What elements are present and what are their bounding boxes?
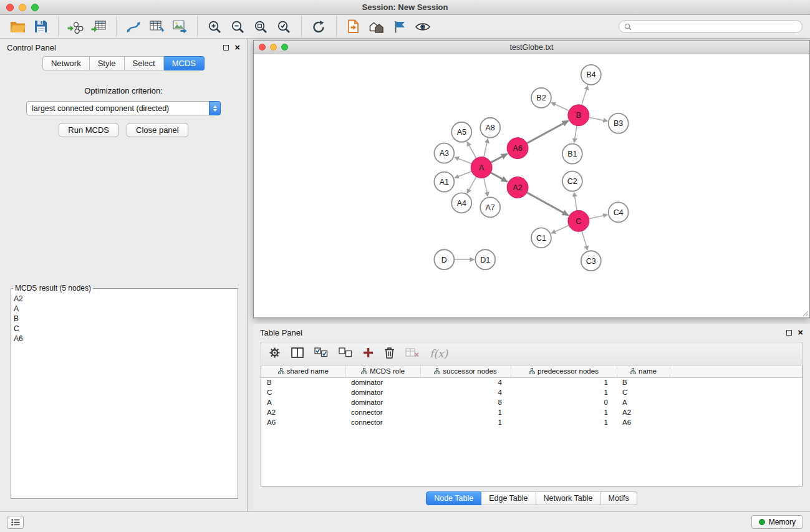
- refresh-button[interactable]: [309, 17, 329, 36]
- graph-edge-A-A5[interactable]: [467, 142, 476, 158]
- column-header-successor-nodes[interactable]: successor nodes: [420, 365, 511, 377]
- graph-node-B3[interactable]: B3: [609, 114, 629, 133]
- run-mcds-button[interactable]: Run MCDS: [59, 123, 118, 137]
- table-row-A[interactable]: Adominator80A: [261, 397, 802, 407]
- cell-successor-nodes[interactable]: 1: [420, 407, 511, 417]
- cell-successor-nodes[interactable]: 4: [420, 377, 511, 387]
- zoom-selected-button[interactable]: [274, 17, 294, 36]
- graph-edge-A-A7[interactable]: [484, 178, 488, 196]
- graph-node-B1[interactable]: B1: [562, 144, 582, 164]
- cell-successor-nodes[interactable]: 1: [420, 417, 511, 427]
- cell-name[interactable]: A: [617, 397, 670, 407]
- graph-node-A4[interactable]: A4: [451, 193, 471, 213]
- cell-predecessor-nodes[interactable]: 1: [511, 377, 617, 387]
- mcds-result-item[interactable]: C: [14, 324, 235, 334]
- tab-network[interactable]: Network: [42, 56, 90, 70]
- zoom-out-button[interactable]: [228, 17, 248, 36]
- new-table-button[interactable]: [147, 17, 166, 36]
- column-header-predecessor-nodes[interactable]: predecessor nodes: [511, 365, 617, 377]
- save-session-button[interactable]: [31, 17, 51, 36]
- function-builder-button[interactable]: f(x): [430, 347, 448, 360]
- cell-predecessor-nodes[interactable]: 1: [511, 417, 617, 427]
- table-row-A2[interactable]: A2connector11A2: [261, 407, 802, 417]
- delete-table-button[interactable]: [405, 347, 419, 360]
- zoom-window-button[interactable]: [31, 4, 39, 11]
- network-minimize-button[interactable]: [270, 44, 277, 51]
- graph-node-A8[interactable]: A8: [480, 118, 500, 138]
- graph-node-C2[interactable]: C2: [562, 172, 582, 191]
- tab-network-table[interactable]: Network Table: [536, 491, 601, 505]
- add-column-button[interactable]: [363, 347, 374, 360]
- open-session-button[interactable]: [7, 17, 27, 36]
- float-table-panel-icon[interactable]: [786, 330, 792, 336]
- graph-node-D[interactable]: D: [434, 249, 454, 269]
- column-header-name[interactable]: name: [617, 365, 670, 377]
- graph-node-B2[interactable]: B2: [531, 88, 551, 108]
- graph-node-B4[interactable]: B4: [581, 65, 601, 85]
- select-all-button[interactable]: [314, 347, 328, 360]
- new-network-button[interactable]: [123, 17, 143, 36]
- column-header-MCDS-role[interactable]: MCDS role: [345, 365, 420, 377]
- show-hide-button[interactable]: [413, 17, 433, 36]
- graph-node-C1[interactable]: C1: [531, 228, 551, 248]
- close-panel-icon[interactable]: ×: [234, 44, 240, 51]
- cell-predecessor-nodes[interactable]: 1: [511, 387, 617, 397]
- graph-edge-C-C4[interactable]: [589, 215, 607, 219]
- graph-edge-C-C2[interactable]: [574, 192, 577, 210]
- mcds-result-item[interactable]: B: [14, 314, 235, 324]
- close-window-button[interactable]: [6, 4, 14, 11]
- tab-style[interactable]: Style: [90, 56, 125, 70]
- graph-edge-A-A2[interactable]: [491, 173, 507, 182]
- column-header-shared-name[interactable]: shared name: [261, 365, 345, 377]
- cell-successor-nodes[interactable]: 4: [420, 387, 511, 397]
- network-graph[interactable]: AA1A2A3A4A5A6A7A8BB1B2B3B4CC1C2C3C4DD1: [254, 54, 809, 317]
- tab-select[interactable]: Select: [125, 56, 164, 70]
- first-neighbors-button[interactable]: [367, 17, 387, 36]
- graph-node-A2[interactable]: A2: [507, 177, 528, 198]
- cell-shared-name[interactable]: B: [261, 377, 345, 387]
- search-input[interactable]: [635, 22, 797, 31]
- network-close-button[interactable]: [259, 44, 266, 51]
- table-row-C[interactable]: Cdominator41C: [261, 387, 802, 397]
- mcds-result-item[interactable]: A: [14, 304, 235, 314]
- mcds-result-item[interactable]: A6: [14, 334, 235, 344]
- network-window-titlebar[interactable]: testGlobe.txt: [254, 41, 809, 54]
- table-row-A6[interactable]: A6connector11A6: [261, 417, 802, 427]
- cell-name[interactable]: C: [617, 387, 670, 397]
- graph-edge-B-B3[interactable]: [589, 117, 607, 121]
- cell-shared-name[interactable]: C: [261, 387, 345, 397]
- graph-edge-B-B2[interactable]: [551, 102, 569, 110]
- graph-edge-A-A4[interactable]: [467, 177, 476, 193]
- network-canvas[interactable]: AA1A2A3A4A5A6A7A8BB1B2B3B4CC1C2C3C4DD1: [254, 54, 809, 317]
- import-table-button[interactable]: [89, 17, 108, 36]
- graph-node-C[interactable]: C: [568, 210, 589, 231]
- cell-MCDS-role[interactable]: dominator: [345, 387, 420, 397]
- graph-node-B[interactable]: B: [568, 105, 589, 126]
- deselect-all-button[interactable]: [339, 347, 352, 360]
- graph-edge-A-A3[interactable]: [455, 157, 471, 163]
- resize-grip-icon[interactable]: [802, 310, 809, 317]
- network-zoom-button[interactable]: [281, 44, 288, 51]
- tab-node-table[interactable]: Node Table: [426, 491, 481, 505]
- cell-shared-name[interactable]: A2: [261, 407, 345, 417]
- show-columns-button[interactable]: [291, 347, 304, 360]
- memory-button[interactable]: Memory: [751, 515, 803, 529]
- cell-MCDS-role[interactable]: dominator: [345, 377, 420, 387]
- cell-MCDS-role[interactable]: connector: [345, 407, 420, 417]
- task-history-button[interactable]: [7, 516, 24, 529]
- export-image-button[interactable]: [170, 17, 190, 36]
- cell-name[interactable]: B: [617, 377, 670, 387]
- graph-edge-A-A8[interactable]: [484, 138, 488, 157]
- cell-predecessor-nodes[interactable]: 0: [511, 397, 617, 407]
- graph-edge-B-B4[interactable]: [582, 85, 588, 105]
- tab-motifs[interactable]: Motifs: [600, 491, 637, 505]
- float-panel-icon[interactable]: [223, 45, 229, 51]
- mcds-result-item[interactable]: A2: [14, 294, 235, 304]
- graph-edge-B-B1[interactable]: [574, 126, 577, 143]
- graph-edge-A2-C[interactable]: [527, 193, 568, 216]
- graph-node-C3[interactable]: C3: [581, 251, 601, 271]
- graph-edge-A-A6[interactable]: [491, 154, 507, 163]
- delete-column-button[interactable]: [384, 347, 395, 361]
- cell-successor-nodes[interactable]: 8: [420, 397, 511, 407]
- graph-edge-A-A1[interactable]: [455, 172, 471, 178]
